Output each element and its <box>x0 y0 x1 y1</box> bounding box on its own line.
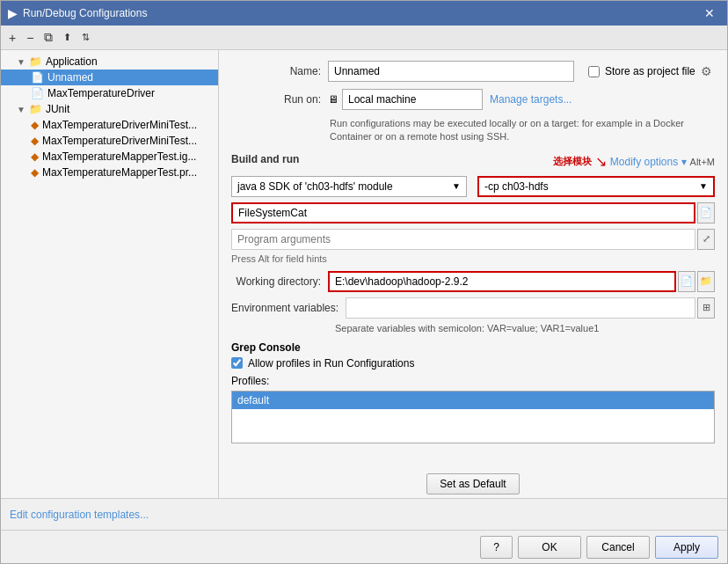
config-form: Name: Store as project file ⚙ Run on: 🖥 … <box>219 50 727 468</box>
sidebar-item-junit-group[interactable]: ▼ 📁 JUnit <box>1 101 218 117</box>
sidebar-item-junit-3[interactable]: ◆ MaxTemperatureMapperTest.ig... <box>1 149 218 165</box>
unnamed-config-icon: 📄 <box>31 71 44 84</box>
junit1-icon: ◆ <box>31 119 39 131</box>
env-note-text: Separate variables with semicolon: VAR=v… <box>335 323 599 333</box>
junit-group-icon: 📁 <box>29 103 42 115</box>
junit1-label: MaxTemperatureDriverMiniTest... <box>42 119 197 131</box>
remove-config-button[interactable]: − <box>22 28 38 48</box>
prog-args-input[interactable] <box>231 229 695 250</box>
move-up-button[interactable]: ⬆ <box>59 29 76 46</box>
sidebar-item-junit-4[interactable]: ◆ MaxTemperatureMapperTest.pr... <box>1 165 218 180</box>
junit-expand-arrow-icon: ▼ <box>17 105 25 114</box>
store-as-project-label: Store as project file <box>605 65 695 77</box>
arrow-down-icon: ↘ <box>595 153 607 170</box>
unnamed-label: Unnamed <box>47 71 93 84</box>
manage-targets-link[interactable]: Manage targets... <box>490 93 571 106</box>
env-vars-row: Environment variables: ⊞ <box>231 297 715 319</box>
right-panel: Name: Store as project file ⚙ Run on: 🖥 … <box>219 50 727 498</box>
cp-dropdown[interactable]: -cp ch03-hdfs ▼ <box>477 176 715 197</box>
env-vars-browse-button[interactable]: ⊞ <box>697 297 715 319</box>
main-content: ▼ 📁 Application 📄 Unnamed 📄 MaxTemperatu… <box>1 50 727 498</box>
grep-console-section: Grep Console Allow profiles in Run Confi… <box>231 341 715 443</box>
env-vars-input[interactable] <box>346 297 695 319</box>
bottom-bar: Edit configuration templates... <box>1 498 727 530</box>
footer: ? OK Cancel Apply <box>1 530 727 563</box>
working-dir-input[interactable] <box>328 271 676 292</box>
allow-profiles-checkbox[interactable] <box>231 357 243 369</box>
name-input[interactable] <box>328 61 574 82</box>
prog-args-expand-button[interactable]: ⤢ <box>697 229 715 250</box>
working-dir-label: Working directory: <box>231 275 328 288</box>
env-note: Separate variables with semicolon: VAR=v… <box>335 322 715 334</box>
help-button[interactable]: ? <box>480 536 513 559</box>
sidebar-item-junit-2[interactable]: ◆ MaxTemperatureDriverMiniTest... <box>1 133 218 149</box>
build-run-sdk-row: java 8 SDK of 'ch03-hdfs' module ▼ -cp c… <box>231 176 715 197</box>
working-dir-section: 指定hadoop的位置 Working directory: 📄 📁 <box>231 271 715 292</box>
main-class-browse-button[interactable]: 📄 <box>697 202 715 223</box>
sort-button[interactable]: ⇅ <box>77 29 94 46</box>
junit4-icon: ◆ <box>31 166 39 179</box>
junit2-icon: ◆ <box>31 135 39 147</box>
max-temp-driver-icon: 📄 <box>31 87 44 99</box>
run-debug-configurations-dialog: ▶ Run/Debug Configurations ✕ + − ⧉ ⬆ ⇅ ▼… <box>0 0 728 564</box>
ok-button[interactable]: OK <box>518 536 581 559</box>
max-temp-driver-label: MaxTemperatureDriver <box>47 87 155 99</box>
store-settings-icon[interactable]: ⚙ <box>701 64 712 78</box>
name-row: Name: Store as project file ⚙ <box>231 61 715 82</box>
modify-options-shortcut: Alt+M <box>690 157 715 167</box>
junit3-label: MaxTemperatureMapperTest.ig... <box>42 150 196 163</box>
dialog-title: Run/Debug Configurations <box>23 7 699 19</box>
junit-group-label: JUnit <box>46 103 69 115</box>
dialog-icon: ▶ <box>8 6 18 20</box>
main-class-section: 选择主类 📄 <box>231 202 715 223</box>
edit-template-link[interactable]: Edit configuration templates... <box>10 509 149 521</box>
title-bar: ▶ Run/Debug Configurations ✕ <box>1 1 727 26</box>
info-text: Run configurations may be executed local… <box>330 117 715 144</box>
set-as-default-button[interactable]: Set as Default <box>426 473 519 494</box>
working-dir-file-button[interactable]: 📄 <box>678 271 695 292</box>
profiles-list: default <box>231 391 715 443</box>
working-dir-row: Working directory: 📄 📁 <box>231 271 715 292</box>
profiles-label: Profiles: <box>231 375 715 387</box>
sdk-arrow-icon: ▼ <box>452 181 461 191</box>
apply-button[interactable]: Apply <box>655 536 718 559</box>
sdk-value: java 8 SDK of 'ch03-hdfs' module <box>237 180 393 193</box>
main-class-row: 📄 <box>231 202 715 223</box>
prog-args-row: ⤢ <box>231 229 715 250</box>
build-run-label: Build and run <box>231 153 299 165</box>
expand-arrow-icon: ▼ <box>17 57 25 67</box>
grep-console-title: Grep Console <box>231 341 715 354</box>
cancel-button[interactable]: Cancel <box>586 536 650 559</box>
run-on-label: Run on: <box>231 93 328 106</box>
alt-hint-text: Press Alt for field hints <box>231 253 715 264</box>
sidebar: ▼ 📁 Application 📄 Unnamed 📄 MaxTemperatu… <box>1 50 219 498</box>
add-config-button[interactable]: + <box>4 28 20 48</box>
sidebar-item-junit-1[interactable]: ◆ MaxTemperatureDriverMiniTest... <box>1 117 218 133</box>
store-as-project-checkbox[interactable] <box>588 66 600 77</box>
modify-options-link[interactable]: Modify options ▾ <box>610 156 687 168</box>
env-vars-label: Environment variables: <box>231 302 346 314</box>
close-button[interactable]: ✕ <box>699 4 720 22</box>
application-group-icon: 📁 <box>29 55 42 68</box>
junit4-label: MaxTemperatureMapperTest.pr... <box>42 166 197 179</box>
sidebar-item-max-temp-driver[interactable]: 📄 MaxTemperatureDriver <box>1 85 218 101</box>
sidebar-item-unnamed[interactable]: 📄 Unnamed <box>1 70 218 85</box>
build-run-section-header: Build and run 选择模块 ↘ Modify options ▾ Al… <box>231 153 715 171</box>
profile-item-default[interactable]: default <box>232 392 714 409</box>
copy-config-button[interactable]: ⧉ <box>40 27 57 48</box>
main-class-input[interactable] <box>231 202 695 223</box>
name-label: Name: <box>231 65 328 77</box>
sidebar-item-application-group[interactable]: ▼ 📁 Application <box>1 54 218 70</box>
toolbar: + − ⧉ ⬆ ⇅ <box>1 26 727 50</box>
run-on-select[interactable]: Local machine <box>342 89 483 110</box>
junit3-icon: ◆ <box>31 150 39 163</box>
allow-profiles-label: Allow profiles in Run Configurations <box>248 357 414 370</box>
working-dir-browse-button[interactable]: 📁 <box>697 271 715 292</box>
annotation-select-module: 选择模块 <box>553 155 592 168</box>
cp-value: -cp ch03-hdfs <box>484 180 549 193</box>
run-on-select-wrapper: 🖥 Local machine <box>328 89 483 110</box>
run-on-row: Run on: 🖥 Local machine Manage targets..… <box>231 89 715 110</box>
sdk-dropdown[interactable]: java 8 SDK of 'ch03-hdfs' module ▼ <box>231 176 467 197</box>
cp-arrow-icon: ▼ <box>699 181 708 191</box>
allow-profiles-row: Allow profiles in Run Configurations <box>231 357 715 370</box>
